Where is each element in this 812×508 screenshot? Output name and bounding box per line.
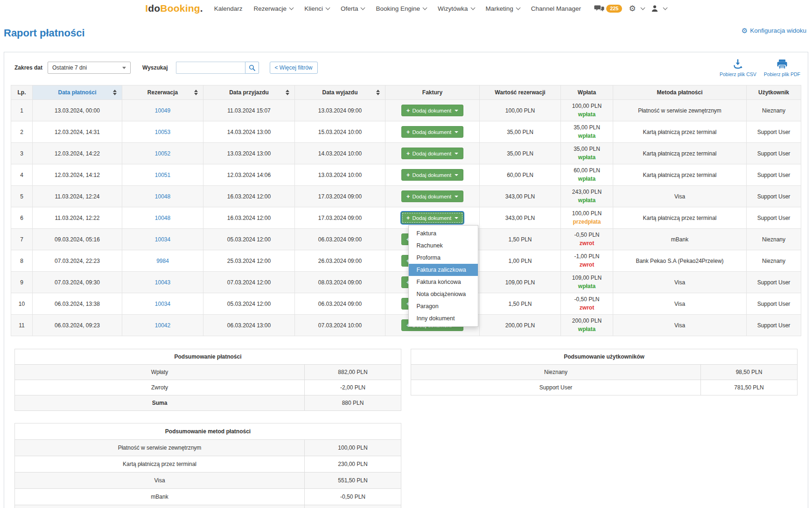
date-range-select[interactable]: Ostatnie 7 dni: [48, 62, 131, 74]
reservation-link[interactable]: 10053: [155, 129, 170, 135]
payments-report-table: Lp.Data płatnościRezerwacjaData przyjazd…: [11, 85, 801, 336]
cell-reservation-value: 1,50 PLN: [480, 229, 561, 250]
add-document-button[interactable]: + Dodaj dokument: [401, 105, 463, 116]
nav-item-channel-manager[interactable]: Channel Manager: [531, 5, 581, 12]
reservation-link[interactable]: 10048: [155, 215, 170, 221]
nav-item-wizyt-wka[interactable]: Wizytówka: [438, 5, 475, 12]
idobooking-logo[interactable]: IdoBooking.: [145, 3, 203, 14]
caret-down-icon: [455, 110, 458, 112]
table-row: 10 06.03.2024, 13:38 10034 05.03.2024 12…: [11, 293, 801, 315]
payment-status-badge: wpłata: [564, 282, 610, 290]
table-row: 9 07.03.2024, 09:30 10043 07.03.2024 12:…: [11, 272, 801, 293]
cell-reservation-value: 109,00 PLN: [480, 272, 561, 293]
report-panel: Zakres dat Ostatnie 7 dni Wyszukaj < Wię…: [4, 52, 808, 508]
column-header-data-wyjazdu[interactable]: Data wyjazdu: [295, 85, 385, 100]
nav-item-klienci[interactable]: Klienci: [304, 5, 329, 12]
sort-icon[interactable]: [286, 90, 289, 95]
plus-icon: +: [406, 172, 410, 178]
nav-item-kalendarz[interactable]: Kalendarz: [214, 5, 243, 12]
cell-payment-method: Kartą płatniczą przez terminal: [613, 121, 747, 143]
top-navigation: IdoBooking. Kalendarz Rezerwacje Klienci…: [0, 0, 812, 16]
dropdown-item-faktura-ko-cowa[interactable]: Faktura końcowa: [409, 276, 478, 288]
summary-row: Visa 551,50 PLN: [15, 473, 401, 489]
table-row: 5 11.03.2024, 12:24 10048 16.03.2024 12:…: [11, 186, 801, 207]
messages-button[interactable]: 225: [594, 4, 622, 13]
cell-lp: 10: [11, 293, 33, 315]
reservation-link[interactable]: 9984: [156, 258, 169, 264]
nav-item-booking-engine[interactable]: Booking Engine: [376, 5, 427, 12]
cell-departure-date: 14.03.2024 10:00: [295, 143, 385, 164]
cell-reservation-value: 343,00 PLN: [480, 186, 561, 207]
sort-icon[interactable]: [113, 90, 117, 95]
column-header-rezerwacja[interactable]: Rezerwacja: [122, 85, 203, 100]
download-csv-button[interactable]: Pobierz plik CSV: [720, 59, 756, 77]
cell-arrival-date: 25.03.2024 12:00: [203, 250, 295, 272]
column-header-wp-ata: Wpłata: [561, 85, 613, 100]
view-configuration-link[interactable]: ⚙ Konfiguracja widoku: [742, 27, 806, 34]
add-document-label: Dodaj dokument: [412, 215, 451, 221]
nav-item-label: Rezerwacje: [254, 5, 287, 12]
cell-payment-method: Kartą płatniczą przez terminal: [613, 164, 747, 186]
logo-part: do: [148, 3, 160, 14]
add-document-button[interactable]: + Dodaj dokument: [401, 148, 463, 159]
cell-payment-method: Visa: [613, 293, 747, 315]
column-header-data-p-atno-ci[interactable]: Data płatności: [33, 85, 122, 100]
summary-row: Bank Pekao S.A (Pekao24Przelew) -1,00 PL…: [15, 505, 401, 508]
account-menu-button[interactable]: [651, 5, 667, 12]
summary-row-value: 100,00 PLN: [305, 440, 401, 456]
add-document-button[interactable]: + Dodaj dokument: [401, 169, 463, 181]
reservation-link[interactable]: 10043: [155, 279, 170, 286]
payment-amount: -0,50 PLN: [564, 231, 610, 239]
nav-item-rezerwacje[interactable]: Rezerwacje: [254, 5, 294, 12]
cell-user: Nieznany: [747, 100, 801, 121]
add-document-button[interactable]: + Dodaj dokument: [401, 126, 463, 138]
column-header-faktury: Faktury: [385, 85, 480, 100]
reservation-link[interactable]: 10034: [155, 301, 170, 307]
add-document-button[interactable]: + Dodaj dokument: [401, 190, 463, 202]
nav-item-oferta[interactable]: Oferta: [341, 5, 365, 12]
reservation-link[interactable]: 10052: [155, 150, 170, 157]
search-button[interactable]: [245, 62, 259, 74]
more-filters-button[interactable]: < Więcej filtrów: [270, 62, 318, 74]
settings-menu-button[interactable]: ⚙: [629, 5, 644, 13]
caret-down-icon: [455, 217, 458, 219]
dropdown-item-faktura-zaliczkowa[interactable]: Faktura zaliczkowa: [409, 264, 478, 276]
reservation-link[interactable]: 10051: [155, 172, 170, 178]
summary-row-value: 882,00 PLN: [305, 365, 401, 380]
reservation-link[interactable]: 10042: [155, 322, 170, 329]
column-label: Rezerwacja: [147, 89, 178, 96]
dropdown-item-nota-obci-eniowa[interactable]: Nota obciążeniowa: [409, 288, 478, 300]
cell-user: Nieznany: [747, 229, 801, 250]
summary-row: Support User 781,50 PLN: [411, 380, 798, 395]
column-label: Data płatności: [58, 89, 96, 96]
cell-payment-method: Bank Pekao S.A (Pekao24Przelew): [613, 250, 747, 272]
dropdown-item-paragon[interactable]: Paragon: [409, 300, 478, 312]
dropdown-item-proforma[interactable]: Proforma: [409, 252, 478, 264]
nav-item-marketing[interactable]: Marketing: [486, 5, 520, 12]
cell-arrival-date: 11.03.2024 15:07: [203, 100, 295, 121]
dropdown-item-inny-dokument[interactable]: Inny dokument: [409, 312, 478, 325]
column-header-data-przyjazdu[interactable]: Data przyjazdu: [203, 85, 295, 100]
cell-lp: 7: [11, 229, 33, 250]
cell-payment-date: 12.03.2024, 14:31: [33, 121, 122, 143]
cell-lp: 6: [11, 207, 33, 229]
download-pdf-label: Pobierz plik PDF: [764, 71, 800, 77]
payment-amount: -0,50 PLN: [564, 296, 610, 303]
reservation-link[interactable]: 10049: [155, 107, 170, 114]
reservation-link[interactable]: 10048: [155, 193, 170, 200]
search-input[interactable]: [176, 62, 245, 74]
download-pdf-button[interactable]: Pobierz plik PDF: [764, 59, 800, 77]
dropdown-item-rachunek[interactable]: Rachunek: [409, 240, 478, 252]
summary-row-value: -2,00 PLN: [305, 380, 401, 395]
chevron-down-icon: [361, 5, 365, 10]
sort-icon[interactable]: [376, 90, 380, 95]
table-row: 6 11.03.2024, 12:22 10048 16.03.2024 12:…: [11, 207, 801, 229]
reservation-link[interactable]: 10034: [155, 236, 170, 243]
add-document-button[interactable]: + Dodaj dokument: [401, 212, 463, 224]
sort-icon[interactable]: [194, 90, 198, 95]
summary-row-label: Bank Pekao S.A (Pekao24Przelew): [15, 505, 305, 508]
cell-payment-method: Kartą płatniczą przez terminal: [613, 207, 747, 229]
cell-reservation-value: 200,00 PLN: [480, 315, 561, 336]
dropdown-item-faktura[interactable]: Faktura: [409, 227, 478, 240]
cell-user: Support User: [747, 315, 801, 336]
